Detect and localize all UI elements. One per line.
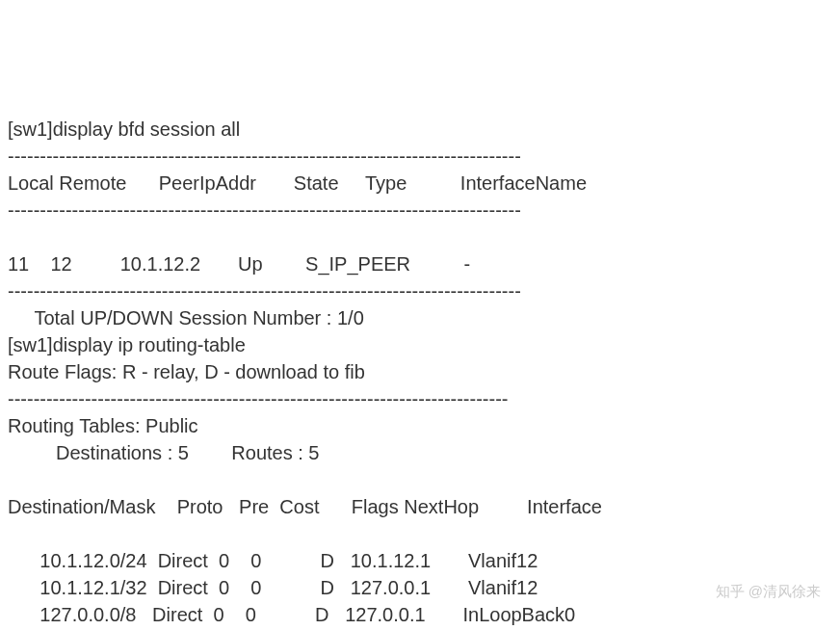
divider: ----------------------------------------… [8, 199, 521, 221]
bfd-row: 11 12 10.1.12.2 Up S_IP_PEER - [8, 253, 470, 275]
routing-tables-header: Routing Tables: Public [8, 415, 198, 436]
route-row: 10.1.12.0/24 Direct 0 0 D 10.1.12.1 Vlan… [8, 550, 538, 571]
terminal-output: [sw1]display bfd session all -----------… [8, 116, 832, 630]
route-row: 10.1.12.1/32 Direct 0 0 D 127.0.0.1 Vlan… [8, 577, 538, 598]
bfd-total: Total UP/DOWN Session Number : 1/0 [8, 307, 364, 328]
divider: ----------------------------------------… [8, 145, 521, 167]
dest-count: Destinations : 5 Routes : 5 [8, 442, 319, 463]
divider: ----------------------------------------… [8, 388, 509, 409]
cmd-line: [sw1]display ip routing-table [8, 334, 246, 355]
cmd-line: [sw1]display bfd session all [8, 118, 240, 140]
route-flags-legend: Route Flags: R - relay, D - download to … [8, 361, 365, 382]
bfd-header: Local Remote PeerIpAddr State Type Inter… [8, 172, 587, 194]
route-row: 127.0.0.0/8 Direct 0 0 D 127.0.0.1 InLoo… [8, 604, 575, 625]
route-header: Destination/Mask Proto Pre Cost Flags Ne… [8, 496, 602, 517]
divider: ----------------------------------------… [8, 280, 521, 302]
